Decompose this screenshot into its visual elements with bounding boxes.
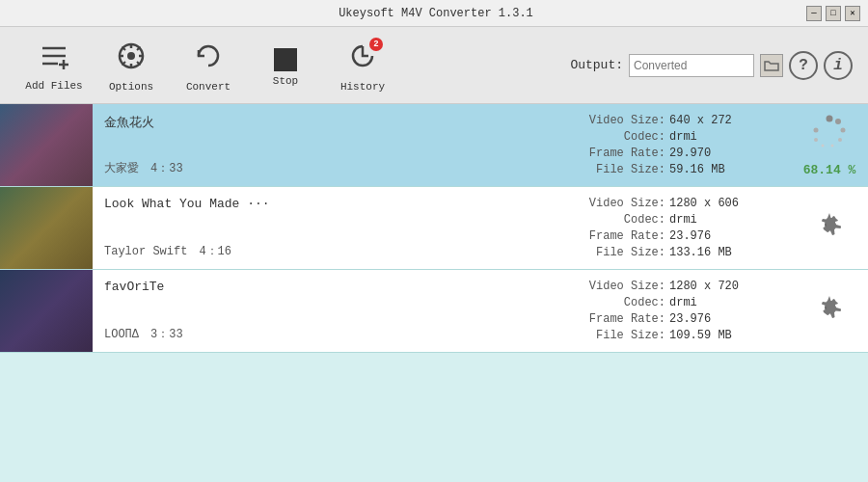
output-section: Output: ? i: [570, 51, 853, 80]
file-info: favOriTeLOOΠΔ3：33: [93, 270, 579, 352]
maximize-button[interactable]: □: [826, 6, 841, 21]
options-icon: [117, 41, 146, 77]
convert-icon: [194, 41, 223, 77]
spec-label: Frame Rate:: [579, 147, 665, 160]
spec-value: 109.59 MB: [669, 329, 732, 342]
file-duration: 4：16: [199, 243, 231, 259]
file-action: [791, 187, 868, 269]
spec-row: Frame Rate:23.976: [579, 229, 775, 243]
svg-point-16: [835, 119, 841, 124]
file-row[interactable]: Look What You Made ···Taylor Swift4：16Vi…: [0, 187, 868, 270]
settings-icon[interactable]: [816, 211, 843, 245]
stop-label: Stop: [273, 75, 298, 87]
spec-value: 1280 x 606: [669, 197, 739, 210]
file-meta: 大家愛4：33: [104, 160, 567, 176]
title-bar: Ukeysoft M4V Converter 1.3.1 ─ □ ✕: [0, 0, 868, 27]
spec-label: Video Size:: [579, 197, 665, 210]
spec-value: drmi: [669, 130, 697, 144]
file-info: Look What You Made ···Taylor Swift4：16: [93, 187, 579, 269]
options-label: Options: [109, 81, 153, 93]
file-meta: LOOΠΔ3：33: [104, 326, 567, 342]
svg-point-20: [822, 144, 825, 147]
settings-icon[interactable]: [816, 294, 843, 328]
file-list: 金魚花火大家愛4：33Video Size:640 x 272Codec:drm…: [0, 104, 868, 482]
browse-folder-button[interactable]: [760, 54, 783, 77]
file-meta: Taylor Swift4：16: [104, 243, 567, 259]
spec-value: 640 x 272: [669, 114, 732, 127]
history-badge: 2: [369, 38, 383, 51]
file-action: [791, 270, 868, 352]
stop-icon: [274, 48, 297, 71]
svg-point-21: [814, 138, 818, 142]
window-title: Ukeysoft M4V Converter 1.3.1: [66, 7, 806, 20]
file-row[interactable]: 金魚花火大家愛4：33Video Size:640 x 272Codec:drm…: [0, 104, 868, 187]
file-artist: LOOΠΔ: [104, 328, 139, 341]
close-button[interactable]: ✕: [845, 6, 860, 21]
spec-label: Video Size:: [579, 114, 665, 127]
file-row[interactable]: favOriTeLOOΠΔ3：33Video Size:1280 x 720Co…: [0, 270, 868, 353]
spec-row: Codec:drmi: [579, 213, 775, 227]
output-label: Output:: [570, 58, 623, 72]
spec-label: File Size:: [579, 246, 665, 259]
history-button[interactable]: 2 History: [324, 31, 401, 100]
convert-label: Convert: [186, 81, 231, 93]
spec-label: File Size:: [579, 329, 665, 342]
spec-row: Codec:drmi: [579, 130, 775, 144]
spec-value: 59.16 MB: [669, 163, 725, 176]
spec-label: Codec:: [579, 213, 665, 227]
spec-row: Codec:drmi: [579, 296, 775, 309]
file-thumbnail: [0, 104, 93, 186]
progress-text: 68.14 %: [803, 163, 856, 177]
history-label: History: [340, 81, 385, 93]
output-path-input[interactable]: [629, 54, 754, 77]
spec-label: Frame Rate:: [579, 312, 665, 326]
help-button[interactable]: ?: [789, 51, 818, 80]
spec-row: Frame Rate:23.976: [579, 312, 775, 326]
spec-row: Frame Rate:29.970: [579, 147, 775, 160]
spec-value: drmi: [669, 296, 697, 309]
convert-button[interactable]: Convert: [170, 31, 247, 100]
spec-row: File Size:109.59 MB: [579, 329, 775, 342]
file-action: 68.14 %: [791, 104, 868, 186]
spec-label: Video Size:: [579, 280, 665, 293]
spec-value: 133.16 MB: [669, 246, 732, 259]
toolbar: Add Files Options: [0, 27, 868, 104]
file-artist: Taylor Swift: [104, 245, 187, 258]
svg-point-15: [827, 115, 833, 121]
file-title: 金魚花火: [104, 114, 567, 131]
stop-button[interactable]: Stop: [247, 31, 324, 100]
options-button[interactable]: Options: [93, 31, 170, 100]
file-title: favOriTe: [104, 280, 567, 294]
spec-row: Video Size:1280 x 606: [579, 197, 775, 210]
add-files-label: Add Files: [25, 80, 82, 92]
add-files-icon: [39, 42, 69, 76]
spec-label: Frame Rate:: [579, 229, 665, 243]
spec-row: File Size:133.16 MB: [579, 246, 775, 259]
svg-point-22: [814, 127, 819, 132]
svg-point-17: [841, 127, 846, 132]
spec-value: 23.976: [669, 312, 711, 326]
svg-point-6: [127, 52, 135, 60]
spec-row: File Size:59.16 MB: [579, 163, 775, 176]
window-controls[interactable]: ─ □ ✕: [806, 6, 860, 21]
spec-value: drmi: [669, 213, 697, 227]
svg-point-19: [831, 144, 834, 147]
spec-label: File Size:: [579, 163, 665, 176]
info-button[interactable]: i: [824, 51, 853, 80]
loading-spinner: [811, 114, 848, 155]
file-thumbnail: [0, 187, 93, 269]
spec-value: 29.970: [669, 147, 711, 160]
spec-value: 23.976: [669, 229, 711, 243]
file-specs: Video Size:1280 x 720Codec:drmiFrame Rat…: [579, 270, 791, 352]
file-title: Look What You Made ···: [104, 197, 567, 211]
file-info: 金魚花火大家愛4：33: [93, 104, 579, 186]
file-thumbnail: [0, 270, 93, 352]
file-duration: 3：33: [150, 326, 183, 342]
spec-label: Codec:: [579, 296, 665, 309]
add-files-button[interactable]: Add Files: [15, 31, 93, 100]
svg-point-18: [838, 138, 842, 142]
file-duration: 4：33: [150, 160, 183, 176]
spec-row: Video Size:1280 x 720: [579, 280, 775, 293]
file-specs: Video Size:640 x 272Codec:drmiFrame Rate…: [579, 104, 791, 186]
minimize-button[interactable]: ─: [806, 6, 822, 21]
